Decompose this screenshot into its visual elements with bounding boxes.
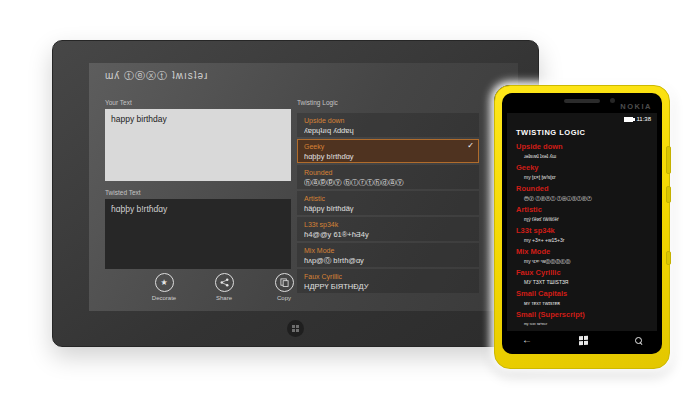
logic-item-sample: МУ ТЗХТ ТШІSТЗЯ [516,278,654,286]
battery-icon [624,117,633,122]
logic-item-name: Rounded [304,168,472,177]
logic-item-sample: ɦ4@@y 61®+ɦƋ4y [304,229,472,240]
nokia-logo: NOKIA [620,102,652,111]
star-glyph: ★ [160,279,167,287]
app-bar: ★ Decorate Share [145,273,303,301]
logic-item-name: Mix Mode [516,247,654,257]
logic-item-name: Geeky [516,163,654,173]
twisted-text-output: ɦɑþþy b!rtɦɗɑy [105,199,291,269]
logic-item-sample: ᴍʏ ᴛᴇxᴛ ᴛᴡɪsᴛᴇʀ [516,299,654,307]
logic-item-name: Geeky [304,142,472,151]
scene: ɯʎ ⓣⓔⓧⓣ ʇʍısʇǝɹ Your Text happy birthday… [0,0,700,405]
share-button[interactable]: Share [205,273,243,301]
logic-item-upside-down[interactable]: Upside down ɹǝʇsıʍʇ ʇxǝʇ ʎɯ [516,142,654,163]
logic-item-name: L33t sp34k [304,220,472,229]
app-title: ɯʎ ⓣⓔⓧⓣ ʇʍısʇǝɹ [105,69,208,83]
logic-item-sample: ⓗⓐⓟⓟⓨ ⓑⓘⓡⓣⓗⓓⓐⓨ [304,177,472,188]
logic-item-small-superscript[interactable]: Small (Superscript) ᵐʸ ᵗᵉˣᵗ ᵗʷⁱˢᵗᵉʳ [516,310,654,331]
logic-item-name: Upside down [304,116,472,125]
twisting-logic-label: Twisting Logic [297,99,338,106]
logic-item-mix-mode[interactable]: Mix Mode ɦʌp@Ⓞ b!rtɦ@ɑy [297,243,479,267]
check-icon: ✓ [467,141,474,150]
page-title: TWISTING LOGIC [516,128,586,137]
logic-item-name: Artistic [304,194,472,203]
star-icon: ★ [155,273,174,292]
logic-item-sample: ɦɑþþy b!rtɦɗɑy [304,151,472,162]
logic-item-sample: my ʈɛ×ʈ ʈw!sʈɛr [516,173,654,181]
logic-item-name: Faux Cyrillic [516,268,654,278]
logic-item-artistic[interactable]: Artistic ɱý ťêϰť ťŵîšťêŕ [516,205,654,226]
logic-item-sample: my ᵗɛ×ᵗ ᵗwⓄⓄⒹⒺⓄ [516,257,654,265]
your-text-label: Your Text [105,99,132,106]
logic-item-sample: ʎɐpɥʇɹıq ʎddɐɥ [304,125,472,136]
copy-button[interactable]: Copy [265,273,303,301]
tablet-windows-button[interactable] [287,320,304,337]
decorate-button[interactable]: ★ Decorate [145,273,183,301]
logic-item-rounded[interactable]: Rounded ⓗⓐⓟⓟⓨ ⓑⓘⓡⓣⓗⓓⓐⓨ [297,165,479,189]
logic-item-small-capitals[interactable]: Small Capitals ᴍʏ ᴛᴇxᴛ ᴛᴡɪsᴛᴇʀ [516,289,654,310]
twisted-text-label: Twisted Text [105,189,141,196]
windows-logo-icon [292,325,299,332]
front-camera [610,98,615,103]
logic-item-l33t[interactable]: L33t sp34k ɦ4@@y 61®+ɦƋ4y [297,217,479,241]
earpiece-speaker [564,99,600,103]
decorate-label: Decorate [152,295,176,301]
logic-item-faux-cyrillic[interactable]: Faux Cyrillic МУ ТЗХТ ТШІSТЗЯ [516,268,654,289]
status-bar: 11:38 [624,116,651,122]
copy-icon [275,273,294,292]
logic-item-geeky[interactable]: Geeky my ʈɛ×ʈ ʈw!sʈɛr [516,163,654,184]
logic-item-name: Faux Cyrillic [304,272,472,281]
logic-item-sample: ɹǝʇsıʍʇ ʇxǝʇ ʎɯ [516,152,654,160]
twisting-logic-list-phone: Upside down ɹǝʇsıʍʇ ʇxǝʇ ʎɯ Geeky my ʈɛ×… [516,142,654,331]
logic-item-sample: НДРРҮ БІЯТНÐДУ [304,281,472,292]
logic-item-artistic[interactable]: Artistic ɦäṗpγ bîrtɦdäγ [297,191,479,215]
power-button[interactable] [666,186,671,203]
logic-item-sample: ɦäṗpγ bîrtɦdäγ [304,203,472,214]
logic-item-name: Small Capitals [516,289,654,299]
logic-item-sample: ⓜⓨ ⓣⓔⓧⓣ ⓣⓦⓘⓢⓣⓔⓡ [516,194,654,202]
phone-screen: 11:38 TWISTING LOGIC Upside down ɹǝʇsıʍʇ… [507,113,657,331]
logic-item-name: Upside down [516,142,654,152]
phone-nav-bar: ← [502,334,662,346]
volume-button[interactable] [666,146,671,174]
logic-item-mix-mode[interactable]: Mix Mode my ᵗɛ×ᵗ ᵗwⓄⓄⒹⒺⓄ [516,247,654,268]
logic-item-sample: ɱý ťêϰť ťŵîšťêŕ [516,215,654,223]
logic-item-name: Rounded [516,184,654,194]
logic-item-sample: ɦʌp@Ⓞ b!rtɦ@ɑy [304,255,472,266]
tablet-screen: ɯʎ ⓣⓔⓧⓣ ʇʍısʇǝɹ Your Text happy birthday… [89,63,518,311]
logic-item-upside-down[interactable]: Upside down ʎɐpɥʇɹıq ʎddɐɥ [297,113,479,137]
back-icon[interactable]: ← [522,334,532,346]
logic-item-name: Small (Superscript) [516,310,654,320]
windows-logo-icon[interactable] [579,335,588,345]
your-text-input[interactable]: happy birthday [105,109,291,181]
logic-item-rounded[interactable]: Rounded ⓜⓨ ⓣⓔⓧⓣ ⓣⓦⓘⓢⓣⓔⓡ [516,184,654,205]
logic-item-sample: ᵐʸ ᵗᵉˣᵗ ᵗʷⁱˢᵗᵉʳ [516,320,654,328]
share-icon [215,273,234,292]
logic-item-faux-cyrillic[interactable]: Faux Cyrillic НДРРҮ БІЯТНÐДУ [297,269,479,293]
clock: 11:38 [636,116,651,122]
share-label: Share [216,295,232,301]
logic-item-name: L33t sp34k [516,226,654,236]
tablet-device: ɯʎ ⓣⓔⓧⓣ ʇʍısʇǝɹ Your Text happy birthday… [52,40,539,347]
search-icon[interactable] [635,337,642,344]
logic-item-name: Artistic [516,205,654,215]
logic-item-name: Mix Mode [304,246,472,255]
logic-item-l33t[interactable]: L33t sp34k my +3×+ +w15+3r [516,226,654,247]
twisting-logic-list: Upside down ʎɐpɥʇɹıq ʎddɐɥ Geeky ɦɑþþy b… [297,113,479,295]
phone-device: NOKIA 11:38 TWISTING LOGIC Upside down ɹ… [494,85,670,369]
phone-front: NOKIA 11:38 TWISTING LOGIC Upside down ɹ… [502,93,662,354]
logic-item-geeky[interactable]: Geeky ɦɑþþy b!rtɦɗɑy ✓ [297,139,479,163]
copy-label: Copy [277,295,291,301]
logic-item-sample: my +3×+ +w15+3r [516,236,654,244]
camera-button[interactable] [666,251,671,265]
